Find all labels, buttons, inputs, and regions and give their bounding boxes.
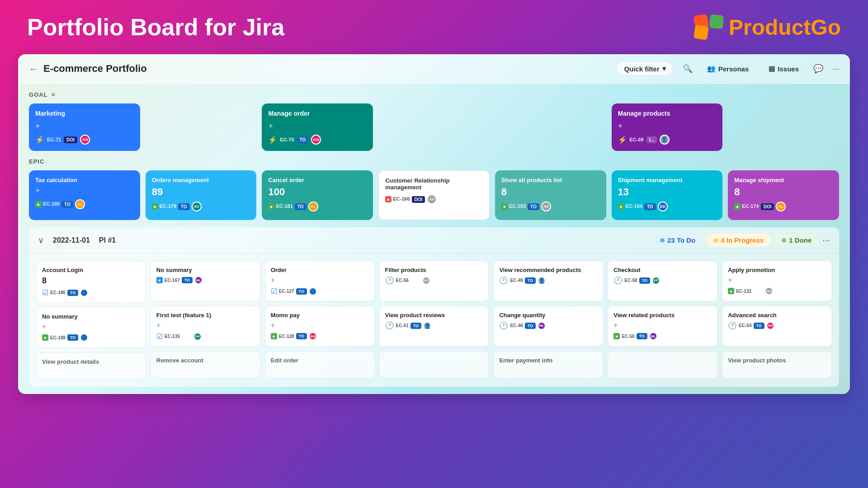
pi-date: 2022-11-01 [53, 236, 90, 244]
story-id-ec54: EC-54 [739, 323, 751, 328]
avatar-188: 👤 [80, 333, 88, 342]
logo-text: ProductGo [729, 15, 841, 40]
pi-section: ∨ 2022-11-01 PI #1 23 To Do 4 In Progres… [29, 227, 839, 387]
avatar-an4: AN [766, 322, 774, 330]
toolbar-actions: Quick filter ▾ 🔍 👥 Personas ▤ Issues 💬 ·… [616, 61, 839, 76]
todo-dot [660, 238, 665, 243]
goal-card-empty4 [728, 103, 839, 151]
board-content: GOAL ≡ Marketing + ⚡ EC-71 DOI AN Manage… [18, 84, 850, 394]
story-id-ec167: EC-167 [165, 278, 180, 283]
clock-icon-3: 🕐 [499, 276, 508, 285]
story-id-ec127: EC-127 [279, 289, 294, 294]
story-title-checkout: Checkout [613, 267, 712, 273]
card-id-ec69: EC-69 [630, 137, 644, 142]
epic-number-shipment: 13 [618, 186, 717, 198]
story-card-first-test: First test (feature 1) + ☑ EC-135 I... A… [151, 306, 260, 347]
avatar-av4: AV [541, 202, 551, 211]
avatar-al2: AL [308, 202, 318, 211]
green-square-icon-2: ■ [271, 333, 277, 339]
goal-add-manage-order[interactable]: + [268, 122, 367, 131]
avatar-user51: 👤 [423, 322, 431, 330]
quick-filter-button[interactable]: Quick filter ▾ [616, 61, 673, 76]
back-button[interactable]: ← [29, 64, 38, 74]
story-id-ec56: EC-56 [396, 278, 409, 283]
portfolio-title: E-commerce Portfolio [43, 63, 616, 75]
story-add-order[interactable]: + [271, 276, 369, 284]
tag-to-167: TO [182, 277, 193, 283]
epic-tags-products: ■ EC-163 TO AV [501, 202, 600, 211]
epic-tag-to4: TO [528, 203, 539, 210]
stat-done: 1 Done [774, 234, 819, 247]
page-header: Portfolio Board for Jira ProductGo [0, 0, 868, 54]
story-tags-ec186: ☑ EC-186 TO 👤 [42, 288, 140, 297]
lightning-icon-2: ⚡ [268, 136, 277, 144]
story-title-view-related: View related products [613, 312, 712, 319]
epic-title-cancel: Cancel order [268, 177, 367, 183]
more-icon[interactable]: ··· [832, 64, 839, 74]
story-col-6: Checkout 🕐 EC-58 TO KP View related prod… [608, 261, 717, 380]
epic-section-label: EPIC [29, 158, 839, 165]
goal-tags-manage-products: ⚡ EC-69 I... 👤 [618, 135, 717, 145]
story-add-momo[interactable]: + [271, 321, 369, 329]
goal-section-label: GOAL ≡ [29, 91, 839, 98]
story-id-ec186: EC-186 [50, 290, 66, 295]
story-title-payment-info: Enter payment info [499, 357, 597, 364]
epic-card-crm: Customer Relationship management ■ EC-16… [378, 170, 490, 220]
epic-id-ec166: ■ EC-166 [385, 196, 410, 203]
goal-title-manage-order: Manage order [268, 110, 367, 117]
story-title-apply-promotion: Apply promotion [728, 267, 826, 273]
story-tags-ec54: 🕐 EC-54 TO AN [728, 321, 826, 330]
goal-add-marketing[interactable]: + [35, 122, 134, 131]
story-tags-ec135: ☑ EC-135 I... AV [156, 332, 255, 341]
story-card-empty-col6 [608, 351, 717, 378]
tag-to: TO [297, 136, 309, 143]
avatar-127: 👤 [309, 287, 317, 296]
story-id-ec51: EC-51 [396, 323, 409, 328]
story-add-2[interactable]: + [156, 321, 255, 329]
pi-number: PI #1 [99, 236, 116, 244]
avatar-dd: DD [658, 202, 668, 211]
epic-id-ec181: ■ EC-181 [268, 203, 292, 210]
story-title-order: Order [271, 267, 369, 273]
goal-add-manage-products[interactable]: + [618, 122, 717, 131]
story-col-1: Account Login 8 ☑ EC-186 TO 👤 No summary… [36, 261, 146, 380]
story-card-edit-order: Edit order [265, 351, 375, 378]
story-add-promotion[interactable]: + [728, 276, 826, 284]
personas-button[interactable]: 👥 Personas [702, 62, 755, 75]
story-title-no-summary-1: No summary [42, 313, 140, 320]
epic-title-crm: Customer Relationship management [385, 177, 483, 191]
story-number-8: 8 [42, 276, 140, 286]
epic-title-manage-shipment: Manage shipment [734, 177, 833, 183]
epic-tags-shipment: ■ EC-164 TO DD [618, 202, 717, 211]
goal-title-manage-products: Manage products [618, 110, 717, 117]
story-title-account-login: Account Login [42, 267, 140, 273]
epic-tag-to3: TO [295, 203, 307, 210]
check-icon-2: ☑ [156, 332, 163, 341]
epic-add-tax[interactable]: + [35, 186, 134, 196]
avatar-al: AL [75, 199, 85, 209]
epic-id-ec174: ■ EC-174 [734, 203, 759, 210]
avatar-al3: AL [776, 202, 786, 211]
epic-id-ec179: ■ EC-179 [152, 203, 176, 210]
story-add-related[interactable]: + [613, 321, 712, 329]
clock-icon-6: 🕐 [728, 321, 737, 330]
pi-collapse-button[interactable]: ∨ [38, 235, 44, 245]
story-add-1[interactable]: + [42, 323, 140, 331]
search-icon[interactable]: 🔍 [683, 64, 693, 74]
avatar-ml2: ML [538, 322, 546, 330]
epic-tag-to2: TO [178, 203, 190, 210]
goal-filter-icon[interactable]: ≡ [52, 91, 56, 98]
story-title-first-test: First test (feature 1) [156, 312, 255, 319]
story-card-apply-promotion: Apply promotion + ■ EC-132 I... AV [722, 261, 832, 301]
tag-to-50: TO [637, 333, 647, 339]
epic-tags-tax: ■ EC-180 TO AL [35, 199, 134, 209]
story-col-7: Apply promotion + ■ EC-132 I... AV Advan… [722, 261, 832, 380]
lightning-icon-3: ⚡ [618, 136, 627, 144]
pi-stats: 23 To Do 4 In Progress 1 Done ··· [653, 234, 830, 247]
comment-icon[interactable]: 💬 [813, 64, 823, 74]
issues-button[interactable]: ▤ Issues [763, 62, 804, 75]
story-id-ec188: EC-188 [50, 335, 66, 340]
story-title-advanced-search: Advanced search [728, 312, 826, 319]
pi-more-button[interactable]: ··· [822, 235, 830, 245]
goal-card-manage-products: Manage products + ⚡ EC-69 I... 👤 [612, 103, 723, 151]
